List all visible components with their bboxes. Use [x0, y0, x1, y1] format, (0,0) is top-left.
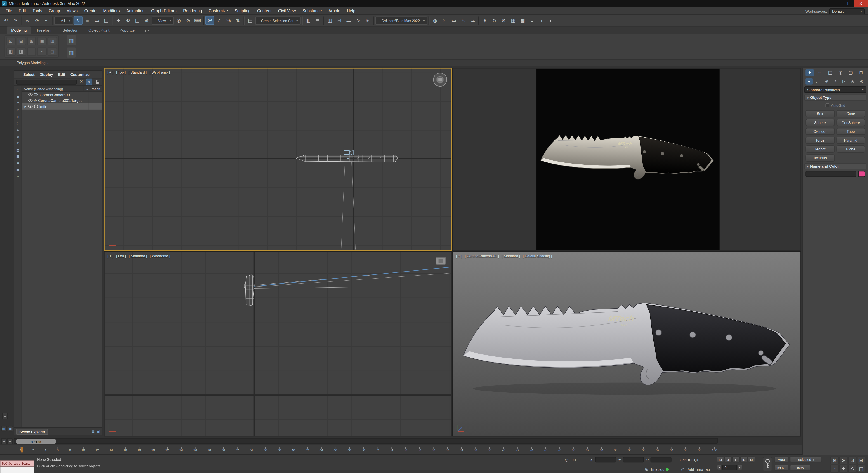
state-sets-icon[interactable]: ▩ [518, 16, 527, 25]
select-and-manipulate-icon[interactable]: ⊙ [184, 16, 193, 25]
viewcube-collapsed[interactable] [436, 257, 447, 265]
viewport-pov-menu[interactable]: [ CoronaCamera001 ] [465, 254, 499, 258]
ribbon-column-toggle-icon[interactable]: ▥ [66, 35, 76, 46]
display-tab-icon[interactable]: ▢ [846, 69, 855, 76]
viewport-plus-menu[interactable]: [ + ] [456, 254, 462, 258]
frozen-cell[interactable] [89, 103, 102, 109]
zoom-icon[interactable]: ⊕ [830, 456, 839, 464]
menu-item[interactable]: Help [344, 7, 359, 15]
menu-item[interactable]: Arnold [325, 7, 344, 15]
tree-column-header[interactable]: Name (Sorted Ascending) ▲Frozen [22, 86, 102, 92]
scene-explorer-tab[interactable]: Scene Explorer [16, 429, 49, 435]
eye-icon[interactable] [28, 98, 33, 103]
motion-tab-icon[interactable]: ◎ [836, 69, 845, 76]
select-and-rotate-icon[interactable]: ⟲ [123, 16, 132, 25]
ribbon-tab[interactable]: Object Paint [84, 27, 114, 34]
viewport-camera[interactable]: [ + ] [ CoronaCamera001 ] [ Standard ] [… [453, 251, 801, 436]
filter-icon[interactable]: ▼ [86, 78, 92, 85]
scene-explorer-menu[interactable]: Display [37, 72, 55, 76]
se-display-xrefs-icon[interactable]: ⊘ [15, 140, 21, 146]
viewcube[interactable] [432, 72, 448, 88]
pan-icon[interactable]: ✚ [839, 465, 848, 472]
key-filters-button[interactable]: Filters... [790, 465, 811, 471]
percent-snap-icon[interactable]: % [224, 16, 233, 25]
maxscript-input[interactable] [0, 467, 34, 473]
primitive-button[interactable]: Teapot [805, 145, 835, 153]
primitive-button[interactable]: Tube [836, 128, 865, 135]
ribbon-column-toggle2-icon[interactable]: ▥ [66, 47, 76, 58]
select-and-move-icon[interactable]: ✚ [114, 16, 123, 25]
docked-panel-icon[interactable]: ▣ [8, 426, 13, 432]
unlink-selection-icon[interactable]: ⊘ [33, 16, 41, 25]
selection-filter-dropdown[interactable]: All [54, 16, 73, 25]
primitive-button[interactable]: Sphere [805, 119, 835, 126]
se-display-containers-icon[interactable]: ▦ [15, 153, 21, 159]
autogrid-checkbox[interactable] [825, 103, 829, 107]
menu-item[interactable]: Group [45, 7, 64, 15]
schematic-view-icon[interactable]: ⊞ [363, 16, 372, 25]
go-to-start-button[interactable]: |◀ [717, 456, 724, 462]
viewport-pov-menu[interactable]: [ Left ] [116, 254, 126, 258]
render-setup-icon[interactable]: ♨ [440, 16, 449, 25]
tree-row-camera-target[interactable]: ⊕ CoronaCamera001.Target [22, 98, 102, 103]
maxscript-mini-listener[interactable]: MAXScript Mini [0, 460, 34, 473]
ribbon-pin-icon[interactable]: ▪ [148, 29, 149, 32]
selection-lock-icon[interactable]: ⊙ [571, 457, 577, 463]
lights-category-icon[interactable]: ☀ [823, 78, 830, 85]
snaps-toggle-icon[interactable]: 3³ [206, 16, 214, 25]
ribbon-minimize-icon[interactable]: ▴ [145, 29, 146, 32]
select-object-icon[interactable]: ↖ [74, 16, 83, 25]
se-display-all-icon[interactable]: ⊙ [15, 87, 21, 93]
auto-key-button[interactable]: Auto [774, 456, 788, 462]
fov-icon[interactable]: ◔ [830, 465, 839, 472]
menu-item[interactable]: Customize [205, 7, 231, 15]
edit-named-selection-sets-icon[interactable]: ▤ [246, 16, 254, 25]
viewport-top[interactable]: [ + ] [ Top ] [ Standard ] [ Wireframe ] [104, 68, 452, 250]
select-by-name-icon[interactable]: ≡ [83, 16, 92, 25]
edge-mode-icon[interactable]: ⊟ [17, 37, 26, 45]
menu-item[interactable]: Civil View [275, 7, 299, 15]
name-color-rollout[interactable]: Name and Color [804, 163, 866, 169]
arnold-icon[interactable]: ◐ [546, 16, 555, 25]
keyboard-override-icon[interactable]: ⌨ [193, 16, 202, 25]
render-in-cloud-icon[interactable]: ☁ [468, 16, 477, 25]
viewport-standard-menu[interactable]: [ Standard ] [129, 254, 147, 258]
menu-item[interactable]: Animation [123, 7, 148, 15]
tree-row-camera[interactable]: CoronaCamera001 [22, 92, 102, 98]
rectangular-selection-icon[interactable]: ▭ [92, 16, 101, 25]
viewport-shading-menu[interactable]: [ Wireframe ] [150, 254, 170, 258]
se-display-hidden-icon[interactable]: ⌖ [15, 173, 21, 179]
camera-object-wire[interactable] [344, 150, 349, 154]
object-name-input[interactable] [805, 171, 856, 177]
reference-coordinate-dropdown[interactable]: View [152, 16, 174, 25]
menu-item[interactable]: Modifiers [100, 7, 123, 15]
ribbon-tab[interactable]: Modeling [6, 27, 31, 34]
material-editor-icon[interactable]: ◍ [431, 16, 439, 25]
key-scope-dropdown[interactable]: Selected [790, 456, 822, 462]
add-time-tag[interactable]: Add Time Tag [688, 467, 710, 471]
se-display-bones-icon[interactable]: ▤ [15, 146, 21, 153]
workspace-dropdown[interactable]: Default [829, 8, 865, 14]
next-frame-button[interactable]: |▶ [740, 456, 747, 462]
maximize-button[interactable]: ❐ [839, 0, 854, 7]
eye-icon[interactable] [28, 104, 33, 109]
menu-item[interactable]: File [2, 7, 16, 15]
helpers-category-icon[interactable]: ▷ [840, 78, 848, 85]
zoom-extents-icon[interactable]: ⊡ [848, 456, 857, 464]
lock-icon[interactable] [94, 78, 100, 85]
select-and-link-icon[interactable]: ∞ [23, 16, 32, 25]
tree-row-knife[interactable]: ▶ knife [22, 103, 102, 109]
docked-explorer-icon[interactable]: ▥ [1, 426, 6, 432]
se-display-lights-icon[interactable]: ☀ [15, 107, 21, 113]
se-display-helpers-icon[interactable]: ▷ [15, 120, 21, 126]
curve-editor-icon[interactable]: ∿ [354, 16, 363, 25]
viewport-shading-menu[interactable]: [ Default Shading ] [523, 254, 552, 258]
viewport-plus-menu[interactable]: [ + ] [107, 254, 114, 258]
menu-item[interactable]: Graph Editors [148, 7, 180, 15]
next-key-button[interactable]: ▶ [7, 438, 13, 444]
primitive-button[interactable]: TextPlus [805, 154, 835, 162]
viewport-shading-menu[interactable]: [ Wireframe ] [150, 70, 170, 74]
track-bar[interactable]: 0246810121416182022242628303234363840424… [0, 445, 802, 455]
scene-search-input[interactable] [16, 79, 77, 84]
align-icon[interactable]: ≣ [313, 16, 322, 25]
